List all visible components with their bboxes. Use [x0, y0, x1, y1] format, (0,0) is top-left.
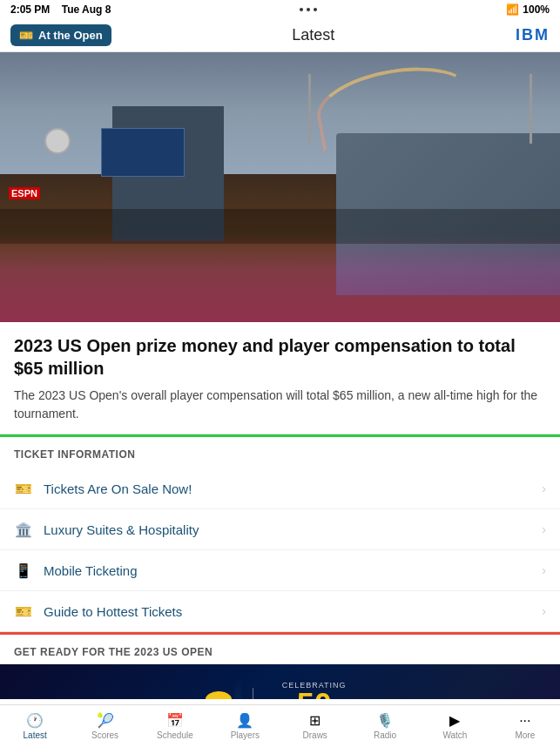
ticket-item-mobile[interactable]: 📱 Mobile Ticketing ›: [0, 550, 560, 591]
article-title: 2023 US Open prize money and player comp…: [14, 334, 546, 380]
status-dot-1: [300, 8, 303, 11]
hero-screen: [101, 128, 185, 177]
article-section: 2023 US Open prize money and player comp…: [0, 322, 560, 434]
us-open-logo: us open: [199, 691, 239, 699]
tab-players-label: Players: [231, 730, 260, 740]
tab-draws-icon: ⊞: [309, 712, 320, 729]
hero-flowers: [0, 235, 560, 322]
us-open-ball: [206, 691, 232, 699]
status-bar: 2:05 PM Tue Aug 8 📶 100%: [0, 0, 560, 19]
tab-radio-label: Radio: [374, 730, 396, 740]
ticket-section-header: TICKET INFORMATION: [0, 434, 560, 468]
tab-scores-icon: 🎾: [97, 712, 114, 729]
nav-bar: 🎫 At the Open Latest IBM: [0, 19, 560, 52]
tab-watch-icon: ▶: [449, 712, 460, 729]
ticket-suites-chevron: ›: [542, 522, 546, 536]
ticket-item-sale[interactable]: 🎫 Tickets Are On Sale Now! ›: [0, 468, 560, 509]
tab-players-icon: 👤: [236, 712, 253, 729]
status-dot-3: [314, 8, 317, 11]
tab-bar: 🕐 Latest 🎾 Scores 📅 Schedule 👤 Players ⊞…: [0, 704, 560, 747]
promo-header: GET READY FOR THE 2023 US OPEN: [0, 632, 560, 664]
promo-divider: [253, 688, 253, 700]
ticket-item-suites[interactable]: 🏛️ Luxury Suites & Hospitality ›: [0, 509, 560, 550]
ticket-suites-icon: 🏛️: [14, 520, 33, 539]
ticket-nav-icon: 🎫: [19, 29, 33, 42]
status-time: 2:05 PM: [10, 3, 50, 16]
tab-scores[interactable]: 🎾 Scores: [70, 709, 139, 744]
tab-latest-label: Latest: [24, 730, 47, 740]
article-summary: The 2023 US Open's overall player compen…: [14, 387, 546, 423]
tab-schedule-icon: 📅: [166, 712, 184, 729]
tab-schedule-label: Schedule: [157, 730, 193, 740]
wifi-icon: 📶: [506, 3, 519, 16]
ticket-mobile-icon: 📱: [14, 561, 33, 580]
ticket-section: TICKET INFORMATION 🎫 Tickets Are On Sale…: [0, 434, 560, 632]
ticket-hottest-label: Guide to Hottest Tickets: [44, 604, 182, 619]
celebrating-block: CELEBRATING 50 OF EQUAL PRIZE MONEY: [267, 681, 361, 699]
tab-latest[interactable]: 🕐 Latest: [0, 709, 70, 744]
at-the-open-label: At the Open: [38, 29, 103, 42]
tab-watch-label: Watch: [442, 730, 467, 740]
hero-lights-left: [308, 74, 311, 144]
promo-image[interactable]: us open CELEBRATING 50 OF EQUAL PRIZE MO…: [0, 664, 560, 699]
beam-4: [387, 698, 423, 699]
tab-scores-label: Scores: [91, 730, 118, 740]
at-the-open-button[interactable]: 🎫 At the Open: [10, 24, 111, 46]
ticket-hottest-icon: 🎫: [14, 602, 33, 621]
beam-1: [11, 693, 63, 699]
ibm-logo: IBM: [516, 26, 550, 44]
tab-radio[interactable]: 🎙️ Radio: [350, 709, 420, 744]
tab-more-icon: ···: [519, 713, 530, 729]
content-area: ESPN 2023 US Open prize money and player…: [0, 52, 560, 699]
promo-section: GET READY FOR THE 2023 US OPEN us open C…: [0, 632, 560, 699]
ticket-list: 🎫 Tickets Are On Sale Now! › 🏛️ Luxury S…: [0, 468, 560, 632]
battery-indicator: 100%: [523, 3, 550, 16]
hero-image: ESPN: [0, 52, 560, 322]
tab-schedule[interactable]: 📅 Schedule: [140, 709, 210, 744]
tab-more[interactable]: ··· More: [490, 710, 560, 744]
ticket-mobile-chevron: ›: [542, 563, 546, 577]
hero-lights-right: [530, 74, 532, 144]
tab-more-label: More: [515, 730, 535, 740]
ticket-mobile-label: Mobile Ticketing: [44, 563, 138, 578]
ticket-section-title: TICKET INFORMATION: [14, 448, 135, 461]
tab-watch[interactable]: ▶ Watch: [420, 709, 489, 744]
tab-players[interactable]: 👤 Players: [210, 709, 280, 744]
ticket-suites-label: Luxury Suites & Hospitality: [44, 522, 199, 537]
tab-draws[interactable]: ⊞ Draws: [280, 709, 350, 744]
ticket-sale-icon: 🎫: [14, 479, 33, 498]
tab-draws-label: Draws: [303, 730, 327, 740]
nav-title: Latest: [292, 26, 334, 44]
fifty-text: 50: [297, 690, 332, 699]
promo-logo-row: us open CELEBRATING 50 OF EQUAL PRIZE MO…: [199, 681, 361, 699]
promo-header-title: GET READY FOR THE 2023 US OPEN: [14, 646, 213, 658]
ticket-item-hottest[interactable]: 🎫 Guide to Hottest Tickets ›: [0, 591, 560, 631]
espn-logo: ESPN: [9, 187, 40, 199]
tab-latest-icon: 🕐: [26, 712, 44, 729]
status-date: Tue Aug 8: [62, 3, 111, 16]
tab-radio-icon: 🎙️: [376, 712, 394, 729]
ticket-sale-chevron: ›: [542, 481, 546, 495]
ticket-hottest-chevron: ›: [542, 604, 546, 618]
ticket-sale-label: Tickets Are On Sale Now!: [44, 481, 192, 496]
status-dot-2: [307, 8, 310, 11]
